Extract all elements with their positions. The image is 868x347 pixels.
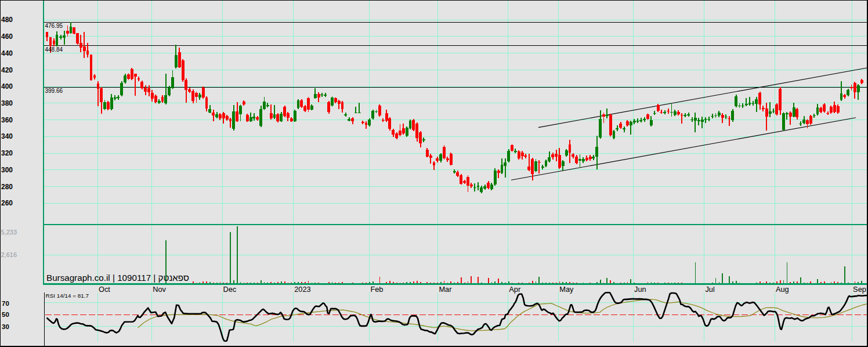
svg-text:50: 50	[2, 311, 9, 318]
svg-text:420: 420	[1, 66, 13, 74]
svg-text:70: 70	[2, 300, 9, 307]
svg-text:300: 300	[1, 166, 13, 174]
svg-text:Mar: Mar	[439, 285, 452, 294]
svg-text:380: 380	[1, 99, 13, 107]
svg-text:460: 460	[1, 32, 13, 41]
svg-text:400: 400	[1, 82, 13, 91]
svg-text:Bursagraph.co.il | 1090117 | ס: Bursagraph.co.il | 1090117 | ספאנטק	[46, 273, 189, 283]
svg-text:Oct: Oct	[99, 285, 110, 294]
svg-text:399.66: 399.66	[45, 88, 63, 94]
svg-text:RSI 14/14 = 81.7: RSI 14/14 = 81.7	[46, 292, 89, 299]
svg-text:Aug: Aug	[776, 285, 789, 294]
svg-text:440: 440	[1, 49, 13, 57]
svg-text:360: 360	[1, 116, 13, 124]
svg-text:Sep: Sep	[853, 285, 866, 294]
svg-text:Jul: Jul	[705, 285, 714, 294]
svg-text:Apr: Apr	[509, 285, 521, 294]
svg-text:Feb: Feb	[370, 285, 383, 294]
svg-text:280: 280	[1, 183, 13, 191]
svg-text:5,233: 5,233	[1, 229, 17, 236]
svg-text:320: 320	[1, 149, 13, 157]
svg-text:Dec: Dec	[223, 285, 237, 294]
svg-text:Jun: Jun	[634, 285, 646, 294]
svg-text:260: 260	[1, 199, 13, 207]
svg-text:Nov: Nov	[153, 285, 166, 294]
svg-text:476.95: 476.95	[45, 23, 63, 29]
svg-text:480: 480	[1, 16, 13, 24]
svg-text:340: 340	[1, 132, 13, 140]
svg-text:May: May	[559, 285, 574, 294]
svg-text:2023: 2023	[294, 285, 310, 294]
svg-text:30: 30	[2, 323, 9, 330]
svg-text:2,616: 2,616	[1, 251, 17, 258]
svg-text:448.84: 448.84	[45, 46, 63, 53]
